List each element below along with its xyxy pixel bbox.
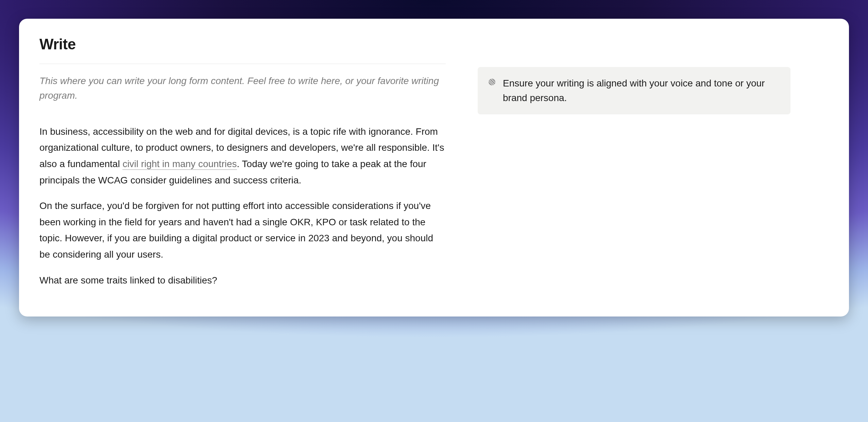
write-card: Write This where you can write your long… — [19, 19, 849, 316]
content-column: Write This where you can write your long… — [39, 36, 446, 298]
sidebar-column: Ensure your writing is aligned with your… — [478, 36, 790, 298]
paragraph-2[interactable]: On the surface, you'd be forgiven for no… — [39, 198, 446, 262]
intro-text: This where you can write your long form … — [39, 74, 446, 103]
paragraph-3[interactable]: What are some traits linked to disabilit… — [39, 272, 446, 289]
tip-box: Ensure your writing is aligned with your… — [478, 67, 790, 114]
tip-text: Ensure your writing is aligned with your… — [503, 76, 780, 106]
divider — [39, 64, 446, 64]
paragraph-1[interactable]: In business, accessibility on the web an… — [39, 124, 446, 188]
civil-rights-link[interactable]: civil right in many countries — [122, 159, 237, 170]
page-title: Write — [39, 36, 446, 53]
sphere-icon — [488, 78, 496, 86]
